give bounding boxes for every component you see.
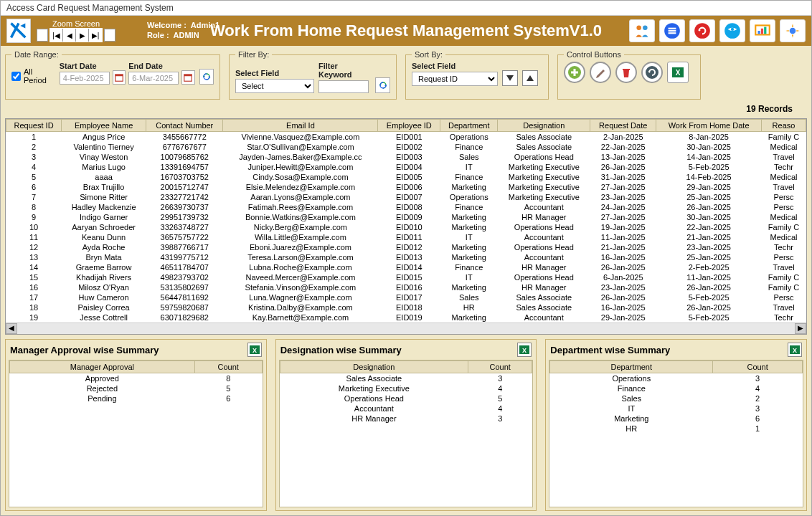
svg-point-1 — [643, 25, 648, 30]
app-header: Zoom Screen - |◀ ◀ ▶ ▶| + Welcome :Admin… — [1, 16, 811, 46]
summary-row: Rejected5 — [10, 383, 263, 393]
table-row[interactable]: 12Ayda Roche39887766717Eboni.Juarez@Exam… — [6, 242, 806, 252]
end-date-input[interactable] — [128, 72, 179, 85]
summary-row: Pending6 — [10, 393, 263, 403]
table-row[interactable]: 9Indigo Garner29951739732Bonnie.Watkins@… — [6, 212, 806, 222]
sort-field-select[interactable]: Request ID — [412, 72, 498, 86]
summary-row: Sales2 — [550, 393, 803, 403]
table-row[interactable]: 15Khadijah Rivers49823793702Naveed.Merce… — [6, 272, 806, 282]
table-row[interactable]: 16Milosz O'Ryan53135802697Stefania.Vinso… — [6, 282, 806, 292]
records-count-label: 19 Records — [5, 104, 807, 114]
filter-refresh-button[interactable] — [375, 77, 390, 93]
zoom-prev-button[interactable]: ◀ — [63, 29, 76, 42]
summary-row: Finance4 — [550, 383, 803, 393]
svg-text:X: X — [252, 347, 257, 354]
table-row[interactable]: 4Marius Lugo13391694757Juniper.Hewitt@Ex… — [6, 162, 806, 172]
zoom-first-button[interactable]: |◀ — [50, 29, 63, 42]
summary1-export-button[interactable]: X — [247, 343, 262, 357]
app-logo — [6, 19, 31, 43]
summary-row: Approved8 — [10, 373, 263, 384]
summary-row: IT3 — [550, 403, 803, 414]
column-header[interactable]: Employee ID — [378, 120, 440, 132]
end-date-label: End Date — [128, 62, 179, 70]
column-header[interactable]: Work From Home Date — [656, 120, 762, 132]
settings-icon-button[interactable] — [780, 19, 806, 42]
table-row[interactable]: 2Valentino Tierney6776767677Star.O'Sulli… — [6, 142, 806, 152]
table-row[interactable]: 1Angus Price3455667772Vivienne.Vasquez@E… — [6, 132, 806, 143]
users-icon-button[interactable] — [629, 19, 655, 42]
summary3-export-button[interactable]: X — [788, 343, 802, 357]
refresh-icon-button[interactable] — [689, 19, 715, 42]
filter-keyword-label: Filter Keyword — [318, 62, 369, 79]
horizontal-scrollbar[interactable]: ◀ ▶ — [6, 322, 806, 334]
data-table[interactable]: Request IDEmployee NameContact NumberEma… — [6, 119, 806, 322]
table-row[interactable]: 8Hadley Mackenzie26639730737Fatimah.Rees… — [6, 202, 806, 212]
table-row[interactable]: 18Paisley Correa59759820687Kristina.Dalb… — [6, 302, 806, 312]
svg-rect-10 — [758, 31, 760, 34]
summary3-title: Department wise Summary — [550, 345, 670, 355]
svg-rect-17 — [184, 75, 192, 76]
svg-rect-12 — [764, 27, 766, 34]
table-row[interactable]: 11Keanu Dunn36575757722Willa.Little@Exam… — [6, 232, 806, 242]
chart-icon-button[interactable] — [750, 19, 775, 42]
column-header[interactable]: Department — [440, 120, 498, 132]
zoom-last-button[interactable]: ▶| — [89, 29, 102, 42]
app-title: Work From Home Request Management System… — [210, 22, 602, 40]
global-refresh-button[interactable] — [641, 62, 663, 83]
list-icon-button[interactable] — [659, 19, 685, 42]
table-row[interactable]: 6Brax Trujillo20015712747Elsie.Melendez@… — [6, 182, 806, 192]
delete-button[interactable] — [615, 62, 637, 83]
web-icon-button[interactable] — [719, 19, 745, 42]
summary-department: Department wise Summary X DepartmentCoun… — [545, 339, 807, 511]
column-header[interactable]: Request Date — [590, 120, 656, 132]
svg-point-0 — [636, 25, 641, 30]
sort-asc-button[interactable] — [522, 70, 538, 86]
table-row[interactable]: 19Jesse Cottrell63071829682Kay.Barnett@E… — [6, 312, 806, 322]
date-refresh-button[interactable] — [199, 69, 214, 85]
edit-button[interactable] — [590, 62, 611, 83]
sort-panel: Sort By: Select Field Request ID — [405, 50, 549, 100]
export-excel-button[interactable]: X — [667, 62, 689, 83]
sort-desc-button[interactable] — [502, 70, 518, 86]
filter-field-label: Select Field — [235, 69, 314, 77]
svg-text:X: X — [793, 347, 797, 354]
svg-point-19 — [646, 66, 658, 79]
filter-field-select[interactable]: Select — [235, 79, 314, 93]
scroll-right-button[interactable]: ▶ — [795, 323, 806, 334]
start-date-calendar-button[interactable] — [113, 70, 126, 85]
table-row[interactable]: 5aaaa16703703752Cindy.Sosa@Example.comEI… — [6, 172, 806, 182]
scroll-left-button[interactable]: ◀ — [6, 323, 17, 334]
summary-row: Marketing6 — [550, 414, 803, 424]
control-buttons-panel: Control Buttons X — [557, 50, 701, 100]
table-row[interactable]: 10Aaryan Schroeder33263748727Nicky.Berg@… — [6, 222, 806, 232]
summary-row: Operations Head5 — [280, 393, 532, 403]
start-date-input[interactable] — [60, 72, 110, 85]
table-row[interactable]: 7Simone Ritter23327721742Aaran.Lyons@Exa… — [6, 192, 806, 202]
summary2-export-button[interactable]: X — [517, 343, 532, 357]
filter-keyword-input[interactable] — [318, 80, 369, 93]
svg-point-13 — [790, 28, 796, 34]
add-button[interactable] — [564, 62, 585, 83]
svg-rect-11 — [761, 29, 763, 34]
end-date-calendar-button[interactable] — [181, 70, 194, 85]
table-row[interactable]: 14Graeme Barrow46511784707Lubna.Roche@Ex… — [6, 262, 806, 272]
svg-text:X: X — [676, 69, 681, 77]
column-header[interactable]: Email Id — [223, 120, 378, 132]
zoom-label: Zoom Screen — [37, 19, 115, 28]
column-header[interactable]: Contact Number — [146, 120, 223, 132]
all-period-checkbox[interactable] — [11, 72, 21, 81]
zoom-plus-button[interactable]: + — [104, 29, 115, 42]
table-row[interactable]: 17Huw Cameron56447811692Luna.Wagner@Exam… — [6, 292, 806, 302]
column-header[interactable]: Reaso — [762, 120, 806, 132]
table-row[interactable]: 13Bryn Mata43199775712Teresa.Larson@Exam… — [6, 252, 806, 262]
table-row[interactable]: 3Vinay Weston10079685762Jayden-James.Bak… — [6, 152, 806, 162]
summary-designation: Designation wise Summary X DesignationCo… — [275, 339, 537, 511]
column-header[interactable]: Designation — [498, 120, 590, 132]
column-header[interactable]: Employee Name — [62, 120, 146, 132]
summary-row: Sales Associate3 — [280, 373, 532, 384]
zoom-minus-button[interactable]: - — [37, 29, 48, 42]
zoom-next-button[interactable]: ▶ — [76, 29, 89, 42]
welcome-label: Welcome : — [147, 21, 187, 29]
svg-rect-4 — [669, 30, 676, 32]
column-header[interactable]: Request ID — [6, 120, 62, 132]
